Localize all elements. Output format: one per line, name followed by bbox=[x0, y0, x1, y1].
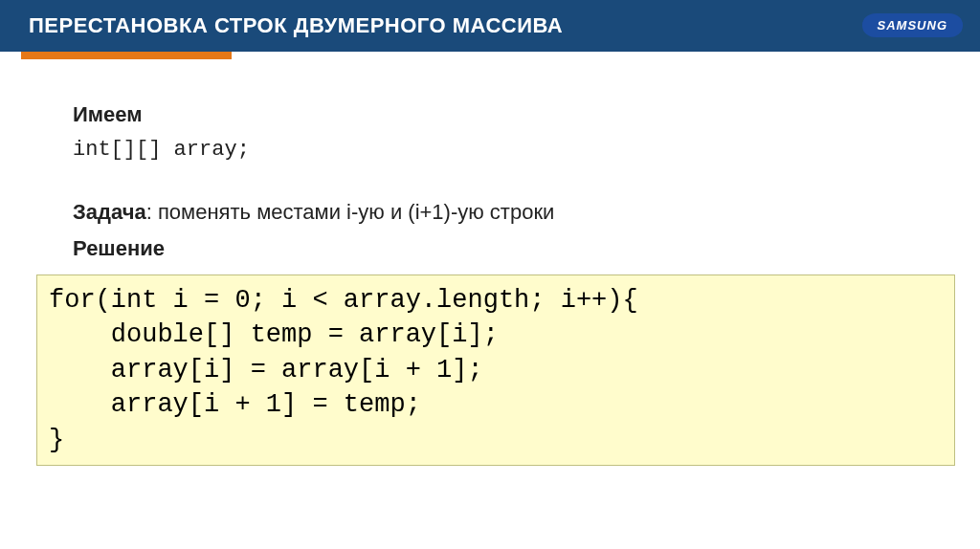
slide-header: ПЕРЕСТАНОВКА СТРОК ДВУМЕРНОГО МАССИВА SA… bbox=[0, 0, 980, 52]
task-label: Задача bbox=[73, 200, 146, 224]
have-label: Имеем bbox=[73, 98, 907, 131]
slide-title: ПЕРЕСТАНОВКА СТРОК ДВУМЕРНОГО МАССИВА bbox=[0, 13, 563, 38]
slide-content: Имеем int[][] array; Задача: поменять ме… bbox=[0, 52, 980, 466]
samsung-logo: SAMSUNG bbox=[862, 13, 963, 37]
array-declaration: int[][] array; bbox=[73, 133, 907, 166]
task-text: : поменять местами i-ую и (i+1)-ую строк… bbox=[146, 200, 555, 224]
code-block: for(int i = 0; i < array.length; i++){ d… bbox=[36, 274, 955, 466]
header-accent-bar bbox=[21, 52, 232, 59]
solution-label: Решение bbox=[73, 231, 907, 265]
task-line: Задача: поменять местами i-ую и (i+1)-ую… bbox=[73, 195, 907, 229]
spacer bbox=[73, 168, 907, 195]
